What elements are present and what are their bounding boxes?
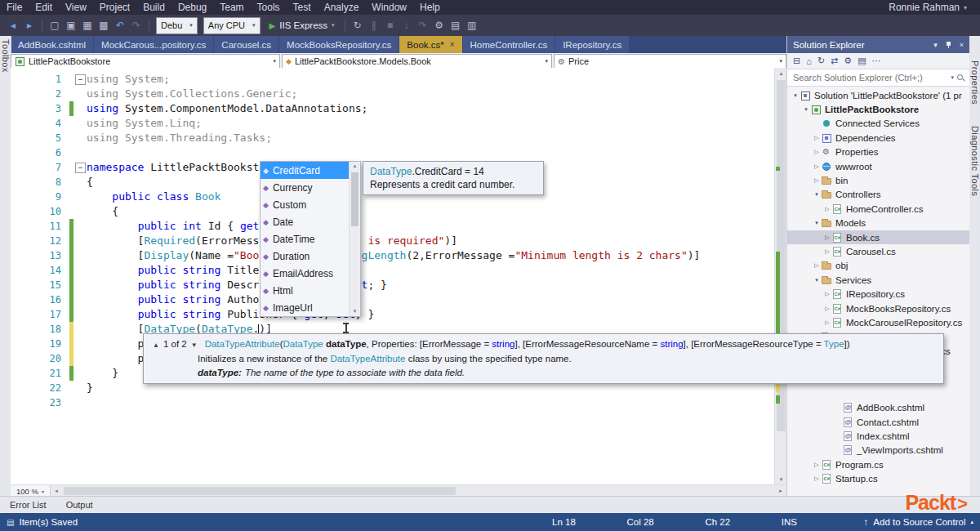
tab-addbook-cshtml[interactable]: AddBook.cshtml (11, 36, 93, 53)
editor-horizontal-scrollbar[interactable]: 100 % ▾ ◂ ▸ (11, 484, 786, 497)
refresh-icon[interactable]: ↻ (350, 17, 366, 33)
close-icon[interactable]: × (960, 41, 964, 49)
previous-signature-icon[interactable]: ▲ (153, 341, 159, 349)
code-text[interactable]: using System; (87, 72, 170, 87)
tree-item-homecontroller-cs[interactable]: ▷HomeController.cs (787, 202, 969, 216)
code-text[interactable]: using System.Threading.Tasks; (87, 131, 272, 145)
menu-analyze[interactable]: Analyze (318, 0, 366, 15)
save-all-icon[interactable]: ▩ (96, 17, 112, 33)
menu-file[interactable]: File (0, 0, 29, 15)
show-all-files-icon[interactable]: ▤ (858, 56, 866, 66)
comment-out-icon[interactable]: ▤ (448, 17, 464, 33)
tab-homecontroller-cs[interactable]: HomeController.cs (463, 36, 555, 53)
completion-duration[interactable]: ◆Duration (261, 248, 350, 265)
scroll-right-icon[interactable]: ▸ (775, 488, 786, 494)
scrollbar-thumb[interactable] (351, 172, 359, 226)
tree-item-book-cs[interactable]: ▷Book.cs (787, 230, 969, 244)
expanded-icon[interactable]: ▾ (791, 92, 800, 99)
menu-build[interactable]: Build (136, 0, 172, 15)
panel-tab-error-list[interactable]: Error List (0, 497, 56, 514)
tab-book-cs[interactable]: Book.cs*× (399, 36, 461, 53)
break-all-icon[interactable]: ∥ (366, 17, 382, 33)
code-text[interactable]: using System.Collections.Generic; (87, 87, 297, 101)
properties-icon[interactable]: ⚙ (844, 56, 852, 66)
home-icon[interactable]: ⌂ (806, 56, 812, 66)
scrollbar-track[interactable] (775, 78, 787, 474)
code-text[interactable]: public class Book (87, 190, 220, 204)
completion-html[interactable]: ◆Html (261, 282, 350, 299)
panel-tab-output[interactable]: Output (56, 497, 103, 514)
code-text[interactable]: using System.ComponentModel.DataAnnotati… (87, 101, 368, 116)
tree-item-index-cshtml[interactable]: Index.cshtml (787, 429, 969, 443)
tree-item-models[interactable]: ▾Models (787, 216, 969, 230)
new-file-icon[interactable]: ▢ (47, 17, 63, 33)
menu-tools[interactable]: Tools (251, 0, 287, 15)
completion-currency[interactable]: ◆Currency (261, 179, 350, 196)
scroll-up-icon[interactable]: ▲ (350, 162, 360, 171)
tree-item-mockbooksrepository-cs[interactable]: ▷MockBooksRepository.cs (787, 301, 969, 315)
nav-forward-icon[interactable]: ▸ (21, 17, 38, 33)
menu-window[interactable]: Window (365, 0, 413, 15)
tree-item-dependencies[interactable]: ▷Dependencies (787, 131, 969, 145)
zoom-control[interactable]: 100 % ▾ (11, 485, 51, 497)
add-to-source-control-button[interactable]: ↑ Add to Source Control ▴ (810, 517, 973, 527)
pin-icon[interactable] (945, 41, 952, 49)
toolbox-tab[interactable]: Toolbox (1, 39, 11, 73)
code-text[interactable]: } (87, 366, 118, 381)
tab-mockbooksrepository-cs[interactable]: MockBooksRepository.cs (279, 36, 399, 53)
tree-item-carousel-cs[interactable]: ▷Carousel.cs (787, 244, 969, 258)
debug-configuration-combo[interactable]: Debu ▾ (156, 17, 198, 34)
menu-debug[interactable]: Debug (172, 0, 213, 15)
stop-debugging-icon[interactable]: ■ (382, 17, 399, 33)
tree-item-irepository-cs[interactable]: ▷IRepository.cs (787, 287, 969, 301)
collapsed-icon[interactable]: ▷ (812, 177, 822, 184)
user-account-button[interactable]: Ronnie Rahman ▾ (889, 2, 980, 13)
completion-custom[interactable]: ◆Custom (261, 196, 350, 213)
scroll-down-icon[interactable]: ▾ (775, 474, 787, 484)
tree-item-services[interactable]: ▾Services (787, 273, 969, 287)
uncomment-icon[interactable]: ▥ (464, 17, 480, 33)
tree-item-wwwroot[interactable]: ▷wwwroot (787, 159, 969, 173)
tree-item-littlepacktbookstore[interactable]: ▾LittlePacktBookstore (787, 102, 969, 116)
breadcrumb-project-combo[interactable]: LittlePacktBookstore ▾ (11, 54, 280, 69)
collapsed-icon[interactable]: ▷ (822, 319, 832, 326)
tree-item-obj[interactable]: ▷obj (787, 259, 969, 273)
window-position-icon[interactable]: ▾ (933, 41, 938, 49)
expanded-icon[interactable]: ▾ (812, 191, 822, 198)
code-text[interactable]: using System.Linq; (87, 116, 202, 131)
code-text[interactable]: p (87, 351, 144, 366)
scroll-left-icon[interactable]: ◂ (51, 488, 62, 494)
completion-scrollbar[interactable]: ▲ ▼ (349, 162, 360, 316)
step-into-icon[interactable]: ↓ (399, 17, 415, 33)
code-text[interactable]: p (87, 337, 144, 351)
tree-item-controllers[interactable]: ▾Controllers (787, 188, 969, 202)
tree-item-startup-cs[interactable]: ▷Startup.cs (787, 472, 969, 486)
menu-edit[interactable]: Edit (29, 0, 59, 15)
collapsed-icon[interactable]: ▷ (812, 149, 822, 155)
tab-mockcarous-pository-cs[interactable]: MockCarous...pository.cs (94, 36, 213, 53)
collapsed-icon[interactable]: ▷ (822, 291, 832, 297)
completion-date[interactable]: ◆Date (261, 213, 350, 230)
collapsed-icon[interactable]: ▷ (822, 248, 832, 255)
collapsed-icon[interactable]: ▷ (812, 262, 822, 269)
scroll-up-icon[interactable]: ▴ (775, 68, 787, 78)
next-signature-icon[interactable]: ▼ (191, 341, 198, 349)
menu-project[interactable]: Project (93, 0, 136, 15)
tree-item-viewimports-cshtml[interactable]: _ViewImports.cshtml (787, 444, 969, 457)
completion-creditcard[interactable]: ◆CreditCard (261, 162, 350, 179)
code-text[interactable]: [Display(Name ="Book Title"), StringLeng… (87, 248, 700, 263)
code-text[interactable]: { (87, 175, 93, 190)
tree-item-properties[interactable]: ▷Properties (787, 145, 969, 159)
tree-item-program-cs[interactable]: ▷Program.cs (787, 457, 969, 471)
tree-item-connected-services[interactable]: Connected Services (787, 117, 969, 131)
collapse-region-toggle-icon[interactable]: − (75, 163, 86, 173)
solution-platforms-icon[interactable]: ⚙ (431, 17, 448, 33)
more-options-icon[interactable]: ⋯ (872, 56, 881, 66)
tree-item-bin[interactable]: ▷bin (787, 173, 969, 187)
properties-tab[interactable]: Properties (970, 60, 980, 105)
tab-carousel-cs[interactable]: Carousel.cs (214, 36, 278, 53)
collapsed-icon[interactable]: ▷ (812, 462, 822, 468)
start-debugging-button[interactable]: ▶ IIS Express ▾ (264, 20, 341, 30)
close-icon[interactable]: × (450, 40, 455, 49)
redo-icon[interactable]: ↷ (128, 17, 145, 33)
